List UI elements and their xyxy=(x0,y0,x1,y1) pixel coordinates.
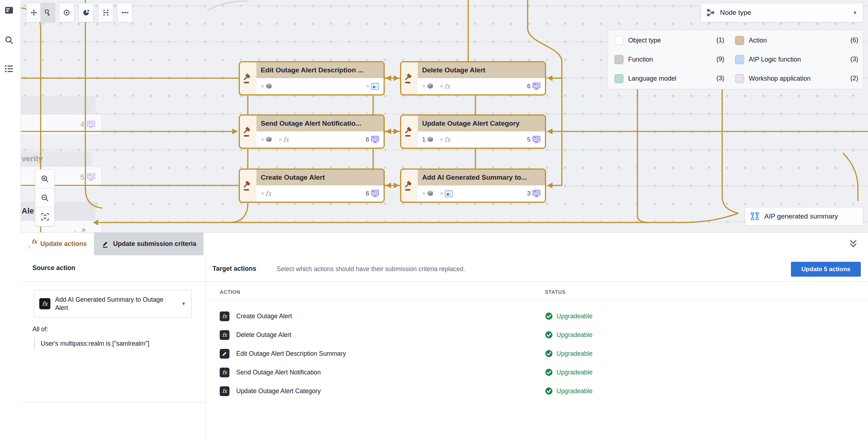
legend-item: AIP Logic function xyxy=(735,54,801,64)
workshop-chip: × xyxy=(440,189,453,198)
gavel-icon xyxy=(404,126,415,138)
ghost-node-title: verity xyxy=(21,154,43,163)
ghost-count: 4 xyxy=(80,120,84,129)
function-icon: fx xyxy=(220,368,229,377)
monitor-icon xyxy=(371,135,379,144)
canvas-zoom-controls xyxy=(35,169,55,226)
pencil-icon xyxy=(220,349,229,359)
tab-update-actions[interactable]: fx ↑ Update actions xyxy=(21,233,94,255)
chevron-down-icon: ▼ xyxy=(853,10,857,15)
pie-remove-tool-button[interactable] xyxy=(79,3,94,22)
connect-tool-button[interactable] xyxy=(117,3,133,22)
graph-merge-icon xyxy=(706,8,715,17)
cube-icon xyxy=(426,190,434,197)
application-icon xyxy=(371,82,379,91)
layout-tool-button[interactable] xyxy=(98,3,113,22)
zoom-in-button[interactable] xyxy=(35,170,54,189)
application-icon xyxy=(444,189,453,198)
monitor-icon xyxy=(532,82,541,90)
legend-item: Object type xyxy=(614,35,661,45)
bottom-panel: fx ↑ Update actions Update submission cr… xyxy=(0,232,868,440)
ghost-node: × xyxy=(21,220,102,233)
ghost-node: 5 xyxy=(21,166,102,188)
gavel-icon xyxy=(242,180,254,192)
legend-swatch xyxy=(735,36,744,45)
panel-vertical-divider xyxy=(206,255,206,440)
monitor-icon xyxy=(371,189,379,198)
target-action-row[interactable]: fx Create Outage Alert Upgradeable xyxy=(220,307,832,325)
zoom-out-button[interactable] xyxy=(35,189,54,208)
zoom-fit-button[interactable] xyxy=(35,207,54,226)
node-title: Send Outage Alert Notificatio... xyxy=(261,120,361,127)
aip-logo-icon xyxy=(750,211,760,221)
ghost-node-title: Ale xyxy=(21,206,34,215)
target-action-row[interactable]: fx Update Outage Alert Category Upgradea… xyxy=(220,382,832,400)
all-of-label: All of: xyxy=(32,325,48,333)
pan-tool-button[interactable] xyxy=(26,3,41,22)
aip-generated-summary-chip[interactable]: AIP generated summary xyxy=(745,207,863,226)
panel-tabs: fx ↑ Update actions Update submission cr… xyxy=(21,233,203,255)
ghost-node-header xyxy=(21,96,95,114)
status-badge: Upgradeable xyxy=(545,350,592,358)
status-badge: Upgradeable xyxy=(545,368,592,376)
target-action-row[interactable]: Edit Outage Alert Description Summary Up… xyxy=(220,345,832,362)
submission-criteria-text: User's multipass:realm is ["samlrealm"] xyxy=(34,338,149,350)
panel-header-divider xyxy=(21,282,868,282)
check-circle-icon xyxy=(545,350,553,358)
target-action-row[interactable]: fx Send Outage Alert Notification Upgrad… xyxy=(220,364,832,381)
collapse-panel-chevrons-icon[interactable] xyxy=(848,239,859,249)
cube-icon xyxy=(265,136,273,143)
cube-icon xyxy=(265,82,273,90)
cube-icon xyxy=(426,82,434,90)
check-circle-icon xyxy=(545,368,553,376)
graph-app: 4 verity 5 Ale × xyxy=(0,0,868,440)
column-header-status: STATUS xyxy=(545,289,566,295)
object-chip: × xyxy=(422,190,434,197)
action-node-edit-outage-alert-description[interactable]: Edit Outage Alert Description ... × × xyxy=(239,61,385,95)
sidebar-divider xyxy=(21,0,21,232)
function-icon: fx xyxy=(220,311,229,321)
object-chip: × xyxy=(261,136,273,143)
select-tool-button[interactable] xyxy=(40,3,55,22)
function-chip: ×fx xyxy=(278,136,289,143)
list-icon[interactable] xyxy=(4,64,14,73)
gavel-icon xyxy=(242,126,254,138)
status-badge: Upgradeable xyxy=(545,331,592,339)
node-type-dropdown[interactable]: Node type ▼ xyxy=(701,3,863,22)
function-chip: ×fx xyxy=(440,136,450,143)
action-node-delete-outage-alert[interactable]: Delete Outage Alert × ×fx 6 xyxy=(400,61,546,95)
edit-criteria-icon xyxy=(101,240,110,248)
node-title: Add AI Generated Summary to... xyxy=(422,174,527,181)
action-node-add-ai-generated-summary[interactable]: Add AI Generated Summary to... × × 3 xyxy=(400,169,546,203)
status-badge: Upgradeable xyxy=(545,387,592,395)
action-node-update-outage-alert-category[interactable]: Update Outage Alert Category 1 ×fx 5 xyxy=(400,115,546,149)
search-icon[interactable] xyxy=(4,35,14,45)
function-icon: fx xyxy=(220,386,229,396)
action-node-create-outage-alert[interactable]: Create Outage Alert ×fx 6 xyxy=(239,169,385,203)
ghost-node: 4 xyxy=(21,114,102,135)
ghost-node-header: verity xyxy=(21,151,91,166)
legend-swatch xyxy=(614,55,623,64)
node-type-legend: Object type (1) Action (6) Function (9) … xyxy=(608,30,863,89)
target-action-row[interactable]: fx Delete Outage Alert Upgradeable xyxy=(220,326,832,344)
logic-function-icon: fx xyxy=(39,298,50,309)
check-circle-icon xyxy=(545,387,553,395)
legend-swatch xyxy=(614,36,623,45)
source-action-select[interactable]: fx Add AI Generated Summary to Outage Al… xyxy=(34,290,192,318)
update-actions-button[interactable]: Update 5 actions xyxy=(791,262,861,277)
legend-swatch xyxy=(735,74,744,83)
action-node-send-outage-alert-notification[interactable]: Send Outage Alert Notificatio... × ×fx 6 xyxy=(239,115,385,149)
function-chip: ×fx xyxy=(261,190,271,197)
tab-update-submission-criteria[interactable]: Update submission criteria xyxy=(94,233,203,255)
workshop-chip: × xyxy=(366,82,379,91)
table-header-divider xyxy=(206,301,868,301)
usage-count: 3 xyxy=(527,189,541,198)
legend-item: Workshop application xyxy=(735,73,811,84)
monitor-icon xyxy=(87,173,95,181)
target-tool-button[interactable] xyxy=(59,3,75,22)
function-chip: ×fx xyxy=(440,82,450,90)
source-footer-divider xyxy=(21,402,206,402)
panel-log-icon[interactable] xyxy=(4,6,14,15)
monitor-icon xyxy=(532,135,541,144)
gavel-icon xyxy=(404,180,415,192)
